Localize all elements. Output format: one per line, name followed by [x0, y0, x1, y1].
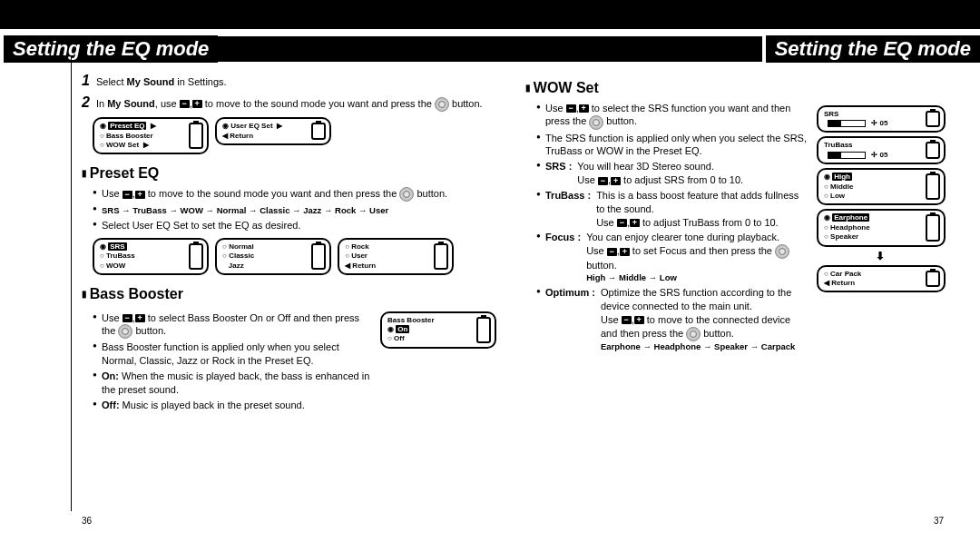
battery-icon [189, 123, 203, 149]
minus-icon: − [598, 177, 608, 185]
list-item: Select User EQ Set to set the EQ as desi… [93, 219, 500, 232]
heading-wow-set: WOW Set [525, 78, 944, 98]
battery-icon [926, 214, 940, 241]
jog-button-icon [589, 115, 603, 130]
heading-bass-booster: Bass Booster [82, 284, 500, 304]
arrow-down-icon: ⬇ [817, 249, 944, 263]
battery-icon [311, 123, 326, 140]
list-item: The SRS function is applied only when yo… [536, 132, 944, 159]
plus-icon: + [135, 191, 145, 199]
plus-icon: + [192, 100, 202, 108]
screen-user-eq-menu: ◉ User EQ Set ▶ ◀ Return [215, 117, 331, 145]
def-trubass: TruBass : This is a bass boost feature t… [536, 189, 809, 230]
def-focus: Focus : You can enjoy clearer tone durin… [536, 231, 809, 284]
title-left: Setting the EQ mode [0, 35, 218, 63]
battery-icon [926, 271, 940, 288]
jog-button-icon [775, 244, 789, 259]
def-srs: SRS : You will hear 3D Stereo sound. Use… [536, 160, 809, 187]
screens-preset: ◉ SRS ○ TruBass ○ WOW ○ Normal ○ Classic… [93, 234, 500, 275]
minus-icon: − [617, 219, 627, 227]
list-item: Use −,+ to select Bass Booster On or Off… [93, 311, 373, 340]
list-item: On: When the music is played back, the b… [93, 370, 373, 397]
battery-icon [926, 173, 940, 200]
plus-icon: + [620, 248, 630, 256]
title-right: Setting the EQ mode [762, 35, 980, 63]
page: Setting the EQ mode Setting the EQ mode … [0, 0, 980, 533]
minus-icon: − [566, 104, 576, 113]
screen-preset-menu: ◉ Preset EQ ▶ ○ Bass Booster ○ WOW Set ▶ [93, 117, 209, 154]
right-column: WOW Set SRS ✢ 05 TruBass ✢ 05 ◉ High ○ M… [525, 69, 944, 416]
left-column: 1 Select My Sound in Settings. 2 In My S… [82, 69, 500, 416]
battery-icon [189, 243, 203, 270]
list-item: Off: Music is played back in the preset … [93, 399, 373, 412]
battery-icon [434, 243, 448, 270]
screen: ○ Rock ○ User ◀ Return [338, 238, 454, 275]
minus-icon: − [122, 314, 132, 322]
battery-icon [476, 317, 491, 343]
minus-icon: − [607, 248, 617, 256]
list-item: Use −,+ to select the SRS function you w… [536, 102, 944, 130]
jog-button-icon [686, 327, 701, 341]
page-number-left: 36 [82, 516, 92, 526]
jog-button-icon [118, 324, 132, 339]
def-optimum: Optimum : Optimize the SRS function acco… [536, 286, 809, 352]
screen: ◉ SRS ○ TruBass ○ WOW [93, 238, 209, 275]
step-number: 1 [82, 73, 90, 88]
page-number-right: 37 [934, 516, 944, 526]
preset-eq-bullets: Use −,+ to move to the sound mode you wa… [82, 187, 500, 232]
list-item: Use −,+ to move to the sound mode you wa… [93, 187, 500, 202]
screens-top: ◉ Preset EQ ▶ ○ Bass Booster ○ WOW Set ▶… [93, 114, 500, 154]
plus-icon: + [630, 219, 640, 227]
list-item: Bass Booster function is applied only wh… [93, 341, 373, 368]
margin-rule [71, 56, 72, 511]
screen-optimum-1: ◉ Earphone ○ Headphone ○ Speaker [817, 209, 946, 246]
minus-icon: − [122, 191, 132, 199]
step-number: 2 [82, 94, 90, 110]
title-band: Setting the EQ mode Setting the EQ mode [0, 36, 980, 62]
plus-icon: + [579, 104, 589, 113]
battery-icon [311, 243, 326, 270]
screen-focus: ◉ High ○ Middle ○ Low [817, 168, 946, 205]
minus-icon: − [180, 100, 190, 108]
jog-button-icon [435, 97, 449, 112]
step-2: 2 In My Sound, use −,+ to move to the so… [82, 93, 500, 113]
step-1: 1 Select My Sound in Settings. [82, 71, 500, 91]
two-column-layout: 1 Select My Sound in Settings. 2 In My S… [0, 62, 980, 416]
heading-preset-eq: Preset EQ [82, 163, 500, 183]
screen-bass-booster: Bass Booster ◉ On ○ Off [380, 311, 496, 349]
jog-button-icon [399, 187, 414, 202]
bass-bullets: Use −,+ to select Bass Booster On or Off… [82, 310, 373, 414]
list-item: SRS → TruBass → WOW → Normal → Classic →… [93, 203, 500, 217]
top-black-bar [0, 0, 980, 29]
plus-icon: + [611, 177, 621, 185]
plus-icon: + [135, 314, 145, 322]
screen: ○ Normal ○ Classic Jazz [215, 238, 331, 275]
minus-icon: − [622, 316, 632, 324]
plus-icon: + [634, 316, 644, 324]
screen-optimum-2: ○ Car Pack ◀ Return [817, 265, 946, 293]
